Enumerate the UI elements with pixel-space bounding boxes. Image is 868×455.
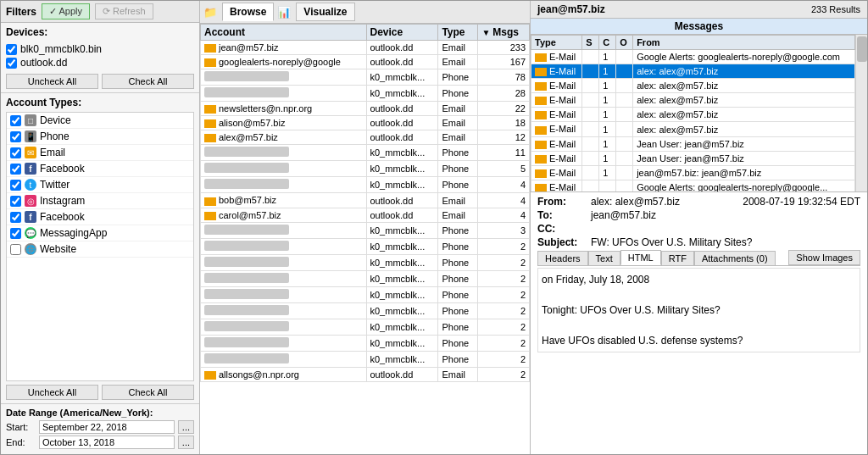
blurred-account [204,321,289,331]
account-type-website: 🌐 Website [7,241,193,258]
browse-row[interactable]: k0_mmcblk...Phone4 [201,177,530,193]
col-device[interactable]: Device [366,25,438,41]
browse-row[interactable]: googlealerts-noreply@googleoutlook.ddEma… [201,55,530,69]
account-type-label-messaging: MessagingApp [40,227,107,239]
msg-email-icon [535,169,547,178]
browse-table: Account Device Type ▼ Msgs [200,24,530,454]
browse-label: Browse [230,6,266,18]
browse-row[interactable]: k0_mmcblk...Phone2 [201,286,530,302]
account-types-title: Account Types: [6,97,194,108]
browse-row[interactable]: k0_mmcblk...Phone2 [201,270,530,286]
browse-row[interactable]: jean@m57.bizoutlook.ddEmail233 [201,41,530,55]
browse-row[interactable]: k0_mmcblk...Phone2 [201,335,530,351]
device-checkbox-outlook[interactable] [6,58,17,69]
browse-row[interactable]: k0_mmcblk...Phone2 [201,238,530,254]
account-type-checkbox-device[interactable] [10,115,21,126]
browse-row[interactable]: carol@m57.bizoutlook.ddEmail4 [201,208,530,222]
message-row[interactable]: E-Mail1alex: alex@m57.biz [531,79,855,93]
account-type-checkbox-facebook2[interactable] [10,212,21,223]
account-types-btn-row: Uncheck All Check All [6,385,194,400]
email-body-line3: Tonight: UFOs Over U.S. Military Sites? [542,302,856,318]
devices-uncheck-all[interactable]: Uncheck All [6,74,98,89]
tab-headers[interactable]: Headers [537,251,588,265]
message-row[interactable]: E-Mail1Jean User: jean@m57.biz [531,136,855,151]
messages-label: Messages [531,19,867,35]
account-types-check-all[interactable]: Check All [102,385,194,400]
account-type-checkbox-instagram[interactable] [10,196,21,207]
tab-attachments[interactable]: Attachments (0) [694,251,776,265]
browse-row[interactable]: k0_mmcblk...Phone11 [201,145,530,161]
msg-col-c[interactable]: C [599,36,616,50]
tab-text[interactable]: Text [588,251,620,265]
msg-col-s[interactable]: S [582,36,599,50]
account-type-checkbox-phone[interactable] [10,131,21,142]
browse-row[interactable]: k0_mmcblk...Phone28 [201,86,530,102]
end-browse-btn[interactable]: ... [178,436,194,449]
account-type-checkbox-twitter[interactable] [10,180,21,191]
col-type[interactable]: Type [438,25,478,41]
start-browse-btn[interactable]: ... [178,420,194,434]
browse-row[interactable]: bob@m57.bizoutlook.ddEmail4 [201,193,530,208]
msg-col-o[interactable]: O [616,36,633,50]
account-type-checkbox-messaging[interactable] [10,228,21,239]
message-row[interactable]: E-MailGoogle Alerts: googlealerts-norepl… [531,180,855,191]
blurred-account [204,257,289,267]
email-subject: FW: UFOs Over U.S. Military Sites? [591,236,752,248]
apply-button[interactable]: ✓ Apply [42,3,90,19]
date-range-section: Date Range (America/New_York): Start: ..… [1,403,199,454]
account-type-label-twitter: Twitter [40,179,70,191]
browse-row[interactable]: alex@m57.bizoutlook.ddEmail12 [201,130,530,145]
browse-row[interactable]: k0_mmcblk...Phone2 [201,302,530,319]
browse-row[interactable]: k0_mmcblk...Phone2 [201,254,530,270]
msg-col-type[interactable]: Type [531,36,582,50]
devices-check-all[interactable]: Check All [102,74,194,89]
msg-col-from[interactable]: From [633,36,855,50]
account-type-checkbox-website[interactable] [10,244,21,255]
message-row[interactable]: E-Mail1alex: alex@m57.biz [531,108,855,122]
message-row[interactable]: E-Mail1Google Alerts: googlealerts-norep… [531,50,855,64]
account-type-email: ✉ Email [7,145,193,161]
email-icon [204,44,216,53]
refresh-button[interactable]: ⟳ Refresh [95,3,153,19]
device-btn-row: Uncheck All Check All [6,74,194,89]
devices-section: Devices: blk0_mmcblk0.bin outlook.dd Unc… [1,23,199,92]
browse-row[interactable]: alison@m57.bizoutlook.ddEmail18 [201,116,530,130]
email-from: alex: alex@m57.biz [591,196,680,208]
device-checkbox-blk0[interactable] [6,44,17,55]
browse-row[interactable]: allsongs@n.npr.orgoutlook.ddEmail2 [201,367,530,381]
start-input[interactable] [39,420,175,434]
tab-browse[interactable]: Browse [222,3,274,21]
message-row[interactable]: E-Mail1alex: alex@m57.biz [531,64,855,79]
col-msgs[interactable]: ▼ Msgs [478,25,530,41]
devices-title: Devices: [6,26,194,38]
blurred-account [204,71,289,81]
browse-row[interactable]: k0_mmcblk...Phone2 [201,319,530,335]
browse-row[interactable]: k0_mmcblk...Phone2 [201,351,530,367]
account-type-checkbox-facebook[interactable] [10,164,21,175]
msg-email-icon [535,126,547,135]
account-type-checkbox-email[interactable] [10,147,21,158]
messages-scrollbar[interactable] [855,35,867,191]
browse-row[interactable]: k0_mmcblk...Phone78 [201,69,530,86]
blurred-account [204,147,289,157]
browse-row[interactable]: k0_mmcblk...Phone5 [201,161,530,177]
tab-visualize[interactable]: Visualize [296,3,354,21]
browse-row[interactable]: newsletters@n.npr.orgoutlook.ddEmail22 [201,102,530,116]
tabs-bar: 📁 Browse 📊 Visualize [200,1,530,24]
email-icon [204,212,216,220]
message-row[interactable]: E-Mail1Jean User: jean@m57.biz [531,151,855,165]
email-icon [204,119,216,128]
end-input[interactable] [39,436,175,449]
message-row[interactable]: E-Mail1alex: alex@m57.biz [531,93,855,108]
account-types-uncheck-all[interactable]: Uncheck All [6,385,98,400]
message-row[interactable]: E-Mail1jean@m57.biz: jean@m57.biz [531,165,855,180]
blurred-account [204,337,289,347]
tab-rtf[interactable]: RTF [661,251,694,265]
middle-panel: 📁 Browse 📊 Visualize Account Device [200,1,531,454]
show-images-btn[interactable]: Show Images [788,250,860,265]
tab-html[interactable]: HTML [620,250,661,265]
browse-row[interactable]: k0_mmcblk...Phone3 [201,222,530,238]
col-filter-icon[interactable]: ▼ [481,28,490,37]
col-account[interactable]: Account [201,25,367,41]
message-row[interactable]: E-Mail1alex: alex@m57.biz [531,122,855,136]
